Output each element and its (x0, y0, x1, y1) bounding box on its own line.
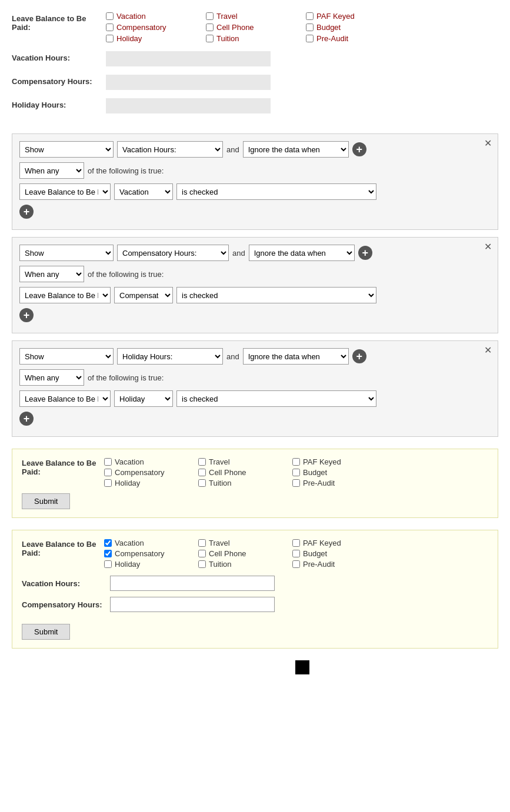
top-checkbox-grid: Vacation Travel PAF Keyed Compensatory C… (106, 12, 406, 43)
preview1-holiday-item: Holiday (104, 479, 198, 487)
preview1-tuition-checkbox[interactable] (198, 479, 206, 487)
rule1-add-row-button[interactable]: + (19, 205, 34, 219)
rule1-ignore-select[interactable]: Ignore the data when (243, 141, 349, 158)
preview1-holiday-checkbox[interactable] (104, 479, 112, 487)
preview2-tuition-checkbox[interactable] (198, 560, 206, 568)
preview2-vacation-checkbox[interactable] (104, 539, 112, 547)
rule1-add-row: + (19, 205, 491, 219)
preview1-checkbox-grid: Vacation Travel PAF Keyed Compensatory C… (104, 457, 386, 487)
rule3-and-text: and (226, 352, 239, 361)
preview2-holiday-checkbox[interactable] (104, 560, 112, 568)
top-budget-checkbox[interactable] (306, 24, 314, 31)
rule1-cond-operator-select[interactable]: is checked (176, 183, 376, 200)
preview1-preaudit-checkbox[interactable] (292, 479, 300, 487)
rule2-field-select[interactable]: Compensatory Hours: (117, 245, 229, 261)
preview2-form-row: Leave Balance to Be Paid: Vacation Trave… (22, 539, 488, 569)
top-tuition-checkbox[interactable] (206, 35, 214, 42)
preview2-budget-label: Budget (303, 549, 327, 558)
rule2-add-condition-button[interactable]: + (358, 246, 372, 260)
rule3-add-row-button[interactable]: + (19, 412, 34, 426)
rule2-add-row-button[interactable]: + (19, 308, 34, 322)
vacation-hours-input[interactable] (106, 51, 271, 66)
preview2-preaudit-item: Pre-Audit (292, 560, 386, 569)
rule1-cond-field-select[interactable]: Leave Balance to Be P (19, 183, 111, 200)
rule3-cond-value-select[interactable]: Holiday (114, 390, 173, 407)
rule1-and-text: and (226, 145, 239, 154)
compensatory-hours-label: Compensatory Hours: (12, 75, 106, 86)
top-holiday-checkbox[interactable] (106, 35, 114, 42)
preview2-compensatory-checkbox[interactable] (104, 550, 112, 557)
top-vacation-item: Vacation (106, 12, 206, 21)
preview1-holiday-label: Holiday (115, 479, 140, 487)
rule2-ignore-select[interactable]: Ignore the data when (249, 245, 355, 261)
rule1-add-condition-button[interactable]: + (352, 142, 366, 156)
rule3-show-select[interactable]: Show (19, 348, 114, 365)
rule3-cond-field-select[interactable]: Leave Balance to Be P (19, 390, 111, 407)
compensatory-hours-input[interactable] (106, 75, 271, 90)
holiday-hours-input[interactable] (106, 98, 271, 113)
preview2-cellphone-item: Cell Phone (198, 549, 292, 558)
preview2-cellphone-checkbox[interactable] (198, 550, 206, 557)
preview2-budget-checkbox[interactable] (292, 550, 300, 557)
preview1-submit-button[interactable]: Submit (22, 493, 70, 509)
rule2-top-row: Show Compensatory Hours: and Ignore the … (19, 245, 491, 261)
preview2-cellphone-label: Cell Phone (209, 549, 246, 558)
rule-block-1: ✕ Show Vacation Hours: and Ignore the da… (12, 133, 498, 230)
preview1-cellphone-checkbox[interactable] (198, 469, 206, 476)
preview2-checkbox-grid: Vacation Travel PAF Keyed Compensatory C… (104, 539, 386, 569)
top-compensatory-checkbox[interactable] (106, 24, 114, 31)
rule1-when-row: When any of the following is true: (19, 162, 491, 179)
top-cellphone-checkbox[interactable] (206, 24, 214, 31)
top-preaudit-checkbox[interactable] (306, 35, 314, 42)
rule3-field-select[interactable]: Holiday Hours: (117, 348, 223, 365)
preview2-compensatory-item: Compensatory (104, 549, 198, 558)
top-paf-checkbox[interactable] (306, 12, 314, 20)
rule2-cond-value-select[interactable]: Compensat (114, 287, 173, 303)
rule1-close-button[interactable]: ✕ (484, 139, 492, 148)
rule2-close-button[interactable]: ✕ (484, 242, 492, 252)
preview2-submit-button[interactable]: Submit (22, 624, 70, 640)
rule1-when-select[interactable]: When any (19, 162, 84, 179)
rule2-of-text: of the following is true: (88, 270, 164, 279)
preview2-budget-item: Budget (292, 549, 386, 558)
rule1-show-select[interactable]: Show (19, 141, 114, 158)
rule2-cond-field-select[interactable]: Leave Balance to Be P (19, 287, 111, 303)
rule3-cond-operator-select[interactable]: is checked (176, 390, 376, 407)
rule1-field-select[interactable]: Vacation Hours: (117, 141, 223, 158)
top-travel-checkbox[interactable] (206, 12, 214, 20)
rule3-add-condition-button[interactable]: + (352, 349, 366, 363)
preview1-travel-checkbox[interactable] (198, 458, 206, 466)
top-holiday-label: Holiday (116, 34, 142, 43)
rule3-condition-row: Leave Balance to Be P Holiday is checked (19, 390, 491, 407)
rule-block-2: ✕ Show Compensatory Hours: and Ignore th… (12, 237, 498, 333)
top-vacation-checkbox[interactable] (106, 12, 114, 20)
preview1-compensatory-checkbox[interactable] (104, 469, 112, 476)
holiday-hours-label: Holiday Hours: (12, 98, 106, 109)
preview2-compensatory-label: Compensatory (115, 549, 165, 558)
preview2-compensatory-hours-row: Compensatory Hours: (22, 597, 488, 612)
preview1-compensatory-label: Compensatory (115, 468, 165, 477)
preview2-compensatory-hours-label: Compensatory Hours: (22, 600, 110, 609)
preview2-compensatory-hours-input[interactable] (110, 597, 275, 612)
preview1-preaudit-item: Pre-Audit (292, 479, 386, 487)
preview2-paf-checkbox[interactable] (292, 539, 300, 547)
preview2-travel-checkbox[interactable] (198, 539, 206, 547)
preview1-paf-item: PAF Keyed (292, 457, 386, 466)
top-form: Leave Balance to Be Paid: Vacation Trave… (12, 6, 498, 133)
rule3-close-button[interactable]: ✕ (484, 346, 492, 355)
rule2-cond-operator-select[interactable]: is checked (176, 287, 376, 303)
preview1-paf-checkbox[interactable] (292, 458, 300, 466)
preview1-budget-checkbox[interactable] (292, 469, 300, 476)
preview1-vacation-item: Vacation (104, 457, 198, 466)
rule3-when-select[interactable]: When any (19, 369, 84, 386)
rule2-when-select[interactable]: When any (19, 266, 84, 282)
top-travel-label: Travel (216, 12, 238, 21)
rule1-cond-value-select[interactable]: Vacation (114, 183, 173, 200)
rule2-show-select[interactable]: Show (19, 245, 114, 261)
preview2-tuition-item: Tuition (198, 560, 292, 569)
rule3-ignore-select[interactable]: Ignore the data when (243, 348, 349, 365)
preview2-holiday-item: Holiday (104, 560, 198, 569)
preview2-preaudit-checkbox[interactable] (292, 560, 300, 568)
preview1-vacation-checkbox[interactable] (104, 458, 112, 466)
preview2-vacation-hours-input[interactable] (110, 576, 275, 591)
